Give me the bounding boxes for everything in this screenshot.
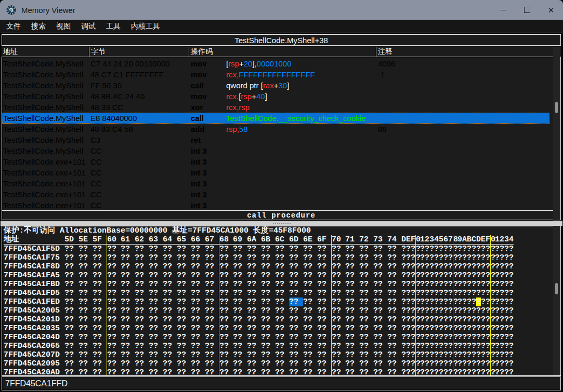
hex-byte-cell[interactable]: ?? [233,280,247,289]
hex-ascii-cell[interactable]: ? [448,298,453,306]
hex-byte-cell[interactable]: ?? [107,262,121,271]
hex-byte-cell[interactable]: ?? [275,280,289,289]
hex-ascii-cell[interactable]: ? [420,315,425,324]
hex-byte-cell[interactable]: ?? [261,359,275,368]
menu-search[interactable]: 搜索 [26,20,51,33]
hex-byte-cell[interactable]: ?? [219,280,233,289]
hex-ascii-cell[interactable]: ? [453,280,457,289]
hex-ascii-cell[interactable]: ? [415,253,420,262]
hex-byte-cell[interactable]: ?? [135,324,149,333]
hex-ascii-cell[interactable]: ? [457,298,462,306]
hex-byte-cell[interactable]: ?? [359,350,373,359]
hex-ascii-cell[interactable]: ? [462,359,467,368]
disasm-row[interactable]: TestShellCode.exe+101CCint 3 [2,178,549,189]
hex-ascii-cell[interactable]: ? [481,253,486,262]
hex-byte-cell[interactable]: ?? [149,289,163,298]
hex-ascii-cell[interactable]: ? [481,315,486,324]
hex-byte-cell[interactable]: ?? [191,350,205,359]
hex-byte-cell[interactable]: ?? [205,350,219,359]
hex-byte-cell[interactable]: ?? [191,262,205,271]
disasm-row[interactable]: TestShellCode.MyShell48 33 CCxorrcx,rsp [2,102,549,113]
hex-byte-cell[interactable]: ?? [107,324,121,333]
hex-ascii-cell[interactable]: ? [490,253,495,262]
hex-byte-cell[interactable]: ?? [64,359,78,368]
column-address[interactable]: 地址 [2,47,89,57]
hex-ascii-cell[interactable]: ? [443,368,448,376]
hex-ascii-cell[interactable]: ? [509,324,514,333]
hex-byte-cell[interactable]: ?? [93,271,107,280]
hex-ascii-cell[interactable]: ? [429,350,434,359]
hex-byte-cell[interactable]: ?? [107,333,121,342]
hex-ascii-cell[interactable]: ? [415,289,420,298]
hex-ascii-cell[interactable]: ? [411,359,415,368]
hex-ascii-cell[interactable]: ? [434,253,439,262]
hex-ascii-cell[interactable]: ? [481,342,486,350]
hex-ascii-cell[interactable]: ? [467,315,472,324]
hex-ascii-cell[interactable]: ? [434,342,439,350]
hex-byte-cell[interactable]: ?? [191,253,205,262]
hex-byte-cell[interactable]: ?? [219,333,233,342]
hex-byte-cell[interactable]: ?? [107,306,121,315]
hex-ascii-cell[interactable]: ? [486,280,490,289]
hex-ascii-cell[interactable]: ? [434,262,439,271]
hex-byte-cell[interactable]: ?? [345,280,359,289]
hex-ascii-cell[interactable]: ? [443,350,448,359]
hex-ascii-cell[interactable]: ? [476,289,481,298]
hex-ascii-cell[interactable]: ? [504,289,509,298]
hex-byte-cell[interactable]: ?? [64,262,78,271]
hex-byte-cell[interactable]: ?? [247,298,261,306]
hex-byte-cell[interactable]: ?? [275,333,289,342]
hex-byte-cell[interactable]: ?? [317,306,331,315]
hex-ascii-cell[interactable]: ? [443,271,448,280]
hex-byte-cell[interactable]: ?? [387,324,401,333]
hex-ascii-cell[interactable]: ? [411,253,415,262]
hex-byte-cell[interactable]: ?? [64,315,78,324]
disasm-row[interactable]: TestShellCode.MyShellE8 84040000callTest… [2,113,549,124]
hex-byte-cell[interactable]: ?? [373,289,387,298]
hex-byte-cell[interactable]: ?? [247,315,261,324]
hex-byte-cell[interactable]: ?? [205,289,219,298]
hex-ascii-cell[interactable]: ? [425,333,429,342]
hex-ascii-cell[interactable]: ? [453,298,457,306]
hex-ascii-cell[interactable]: ? [434,280,439,289]
hex-byte-cell[interactable]: ?? [149,245,163,253]
hex-ascii-cell[interactable]: ? [462,350,467,359]
hex-byte-cell[interactable]: ?? [149,333,163,342]
hex-ascii-cell[interactable]: ? [500,359,504,368]
hex-byte-cell[interactable]: ?? [359,315,373,324]
hex-byte-cell[interactable]: ?? [149,315,163,324]
hex-byte-cell[interactable]: ?? [64,245,78,253]
hex-ascii-cell[interactable]: ? [401,253,406,262]
disasm-row[interactable]: TestShellCode.MyShellCCint 3 [2,145,549,156]
hex-ascii-cell[interactable]: ? [467,324,472,333]
hex-byte-cell[interactable]: ?? [261,289,275,298]
hex-byte-cell[interactable]: ?? [177,359,191,368]
hex-byte-cell[interactable]: ?? [219,350,233,359]
hex-byte-cell[interactable]: ?? [107,271,121,280]
hex-byte-cell[interactable]: ?? [345,333,359,342]
hex-byte-cell[interactable]: ?? [78,350,93,359]
hex-ascii-cell[interactable]: ? [425,324,429,333]
hex-byte-cell[interactable]: ?? [345,368,359,376]
hex-ascii-cell[interactable]: ? [472,368,476,376]
hex-byte-cell[interactable]: ?? [373,262,387,271]
hex-ascii-cell[interactable]: ? [504,342,509,350]
hex-byte-cell[interactable]: ?? [205,342,219,350]
hex-ascii-cell[interactable]: ? [504,253,509,262]
hex-ascii-cell[interactable]: ? [490,368,495,376]
hex-byte-cell[interactable]: ?? [177,271,191,280]
hex-ascii-cell[interactable]: ? [406,289,411,298]
hex-byte-cell[interactable]: ?? [233,315,247,324]
hex-byte-cell[interactable]: ?? [219,271,233,280]
disasm-row[interactable]: TestShellCode.MyShell48 C7 C1 FFFFFFFFmo… [2,69,549,80]
hex-byte-cell[interactable]: ?? [289,368,303,376]
hex-ascii-cell[interactable]: ? [448,342,453,350]
hex-ascii-cell[interactable]: ? [509,342,514,350]
hex-byte-cell[interactable]: ?? [317,333,331,342]
hex-byte-cell[interactable]: ?? [387,245,401,253]
hex-byte-cell[interactable]: ?? [205,245,219,253]
hex-byte-cell[interactable]: ?? [233,333,247,342]
hex-byte-cell[interactable]: ?? [191,245,205,253]
hex-ascii-cell[interactable]: ? [439,368,443,376]
hex-byte-cell[interactable]: ?? [121,342,135,350]
